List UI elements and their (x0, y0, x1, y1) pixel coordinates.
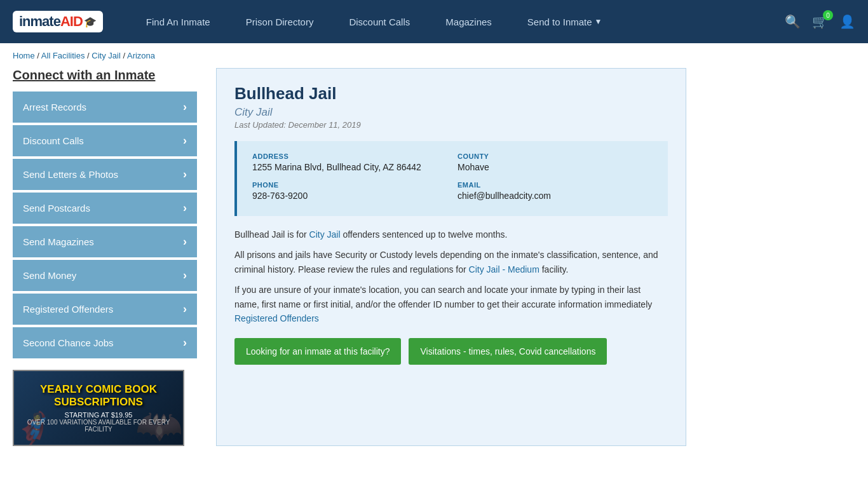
facility-desc-3: If you are unsure of your inmate's locat… (234, 283, 668, 325)
ad-subtitle: STARTING AT $19.95 (65, 411, 133, 419)
chevron-right-icon: › (183, 168, 187, 181)
breadcrumb-city-jail[interactable]: City Jail (92, 51, 121, 60)
navigation: inmateAID 🎓 Find An Inmate Prison Direct… (0, 0, 868, 43)
city-jail-medium-link[interactable]: City Jail - Medium (469, 264, 539, 274)
chevron-right-icon: › (183, 336, 187, 349)
facility-type: City Jail (234, 106, 668, 119)
chevron-down-icon: ▼ (595, 17, 602, 26)
sidebar-label: Registered Offenders (23, 304, 113, 315)
sidebar-label: Send Magazines (23, 236, 94, 247)
nav-send-to-inmate[interactable]: Send to Inmate ▼ (510, 17, 620, 27)
phone-value: 928-763-9200 (252, 191, 447, 201)
county-label: COUNTY (458, 152, 653, 160)
sidebar-item-arrest-records[interactable]: Arrest Records › (13, 92, 197, 123)
ad-note: OVER 100 VARIATIONS AVAILABLE FOR EVERY … (20, 419, 177, 433)
facility-updated: Last Updated: December 11, 2019 (234, 120, 668, 130)
sidebar-label: Send Money (23, 270, 76, 281)
nav-find-inmate[interactable]: Find An Inmate (128, 17, 228, 27)
chevron-right-icon: › (183, 201, 187, 215)
chevron-right-icon: › (183, 100, 187, 114)
logo-text: inmateAID (19, 13, 83, 30)
email-label: EMAIL (458, 181, 653, 189)
search-icon[interactable]: 🔍 (785, 14, 801, 29)
logo[interactable]: inmateAID 🎓 (13, 11, 103, 32)
user-icon[interactable]: 👤 (839, 14, 855, 29)
county-cell: COUNTY Mohave (452, 150, 658, 179)
chevron-right-icon: › (183, 302, 187, 316)
find-inmate-button[interactable]: Looking for an inmate at this facility? (234, 338, 401, 365)
nav-prison-directory[interactable]: Prison Directory (228, 17, 332, 27)
chevron-right-icon: › (183, 235, 187, 248)
sidebar-item-send-postcards[interactable]: Send Postcards › (13, 193, 197, 224)
email-cell: EMAIL chief@bullheadcity.com (452, 179, 658, 207)
city-jail-link-1[interactable]: City Jail (309, 229, 341, 240)
logo-icon: 🎓 (84, 16, 97, 28)
advertisement-banner[interactable]: 🦸 🦇 YEARLY COMIC BOOKSUBSCRIPTIONS START… (13, 370, 184, 446)
phone-label: PHONE (252, 181, 447, 189)
sidebar-label: Arrest Records (23, 102, 86, 112)
facility-name: Bullhead Jail (234, 84, 668, 104)
chevron-right-icon: › (183, 134, 187, 147)
address-label: ADDRESS (252, 152, 447, 160)
sidebar: Connect with an Inmate Arrest Records › … (13, 68, 197, 446)
sidebar-item-send-money[interactable]: Send Money › (13, 260, 197, 291)
visitations-button[interactable]: Visitations - times, rules, Covid cancel… (409, 338, 607, 365)
facility-desc-2: All prisons and jails have Security or C… (234, 248, 668, 276)
sidebar-label: Send Postcards (23, 203, 90, 214)
phone-cell: PHONE 928-763-9200 (247, 179, 452, 207)
address-cell: ADDRESS 1255 Marina Blvd, Bullhead City,… (247, 150, 452, 179)
chevron-right-icon: › (183, 269, 187, 282)
breadcrumb-state[interactable]: Arizona (127, 51, 155, 60)
breadcrumb-all-facilities[interactable]: All Facilities (41, 51, 85, 60)
nav-magazines[interactable]: Magazines (428, 17, 510, 27)
sidebar-title: Connect with an Inmate (13, 68, 197, 83)
sidebar-label: Discount Calls (23, 135, 84, 146)
sidebar-item-discount-calls[interactable]: Discount Calls › (13, 125, 197, 156)
cart-badge: 0 (823, 10, 833, 20)
email-value: chief@bullheadcity.com (458, 191, 653, 201)
nav-discount-calls[interactable]: Discount Calls (331, 17, 428, 27)
ad-title: YEARLY COMIC BOOKSUBSCRIPTIONS (40, 383, 157, 409)
sidebar-label: Send Letters & Photos (23, 169, 118, 180)
sidebar-item-send-magazines[interactable]: Send Magazines › (13, 226, 197, 257)
address-value: 1255 Marina Blvd, Bullhead City, AZ 8644… (252, 162, 447, 172)
action-buttons: Looking for an inmate at this facility? … (234, 338, 668, 365)
nav-links: Find An Inmate Prison Directory Discount… (128, 17, 785, 27)
facility-card: Bullhead Jail City Jail Last Updated: De… (216, 68, 686, 446)
sidebar-item-registered-offenders[interactable]: Registered Offenders › (13, 294, 197, 325)
sidebar-item-second-chance-jobs[interactable]: Second Chance Jobs › (13, 327, 197, 358)
county-value: Mohave (458, 162, 653, 172)
breadcrumb: Home / All Facilities / City Jail / Ariz… (0, 43, 868, 68)
registered-offenders-link[interactable]: Registered Offenders (234, 313, 319, 323)
sidebar-item-send-letters[interactable]: Send Letters & Photos › (13, 159, 197, 190)
nav-icons: 🔍 🛒 0 👤 (785, 14, 855, 29)
cart-icon[interactable]: 🛒 0 (812, 14, 828, 29)
main-layout: Connect with an Inmate Arrest Records › … (0, 68, 699, 465)
facility-info-grid: ADDRESS 1255 Marina Blvd, Bullhead City,… (234, 141, 668, 216)
facility-desc-1: Bullhead Jail is for City Jail offenders… (234, 227, 668, 241)
breadcrumb-home[interactable]: Home (13, 51, 35, 60)
sidebar-label: Second Chance Jobs (23, 337, 114, 348)
